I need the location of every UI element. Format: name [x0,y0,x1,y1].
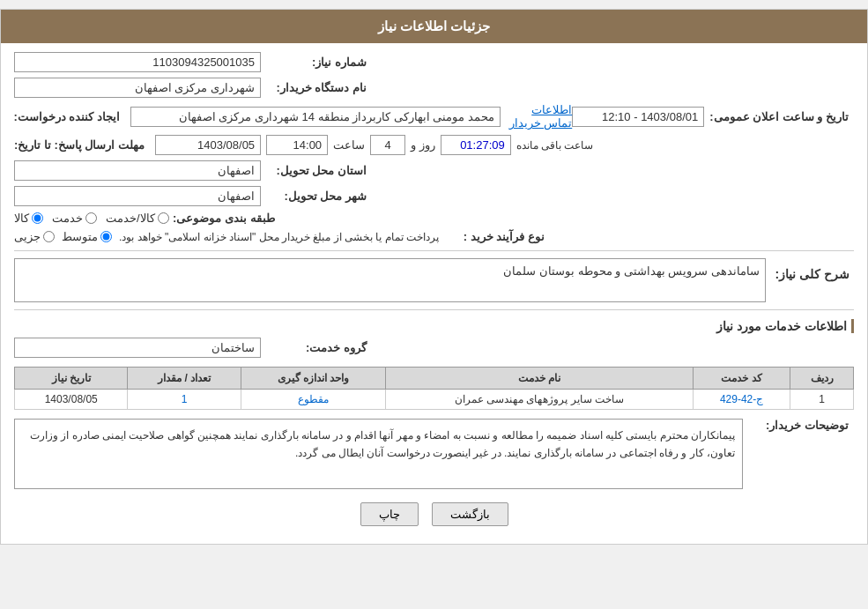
col-date: تاریخ نیاز [15,368,128,390]
back-button[interactable]: بازگشت [432,502,508,526]
buyer-notes-value: پیمانکاران محترم بایستی کلیه اسناد ضمیمه… [14,419,743,489]
creator-row: تاریخ و ساعت اعلان عمومی: 1403/08/01 - 1… [14,103,854,130]
services-info-title: اطلاعات خدمات مورد نیاز [14,319,854,333]
page-header: جزئیات اطلاعات نیاز [1,10,867,43]
purchase-type-note: پرداخت تمام یا بخشی از مبلغ خریدار محل "… [119,231,439,243]
purchase-type-row: نوع فرآیند خرید : پرداخت تمام یا بخشی از… [14,230,854,243]
need-number-label: شماره نیاز: [261,56,367,69]
separator-2 [14,309,854,310]
creator-group: اطلاعات تماس خریدار محمد مومنی ابهارکی ک… [14,103,572,130]
reply-time-label: ساعت [333,138,365,152]
need-description-value: ساماندهی سرویس بهداشتی و محوطه بوستان سل… [14,258,766,302]
category-khadamat-radio[interactable] [85,212,97,224]
need-description-section-title: شرح کلی نیاز: [766,267,854,281]
table-header-row: ردیف کد خدمت نام خدمت واحد اندازه گیری ت… [15,368,854,390]
reply-deadline-label: مهلت ارسال پاسخ: تا تاریخ: [14,138,145,152]
content-area: شماره نیاز: 1103094325001035 نام دستگاه … [1,43,867,544]
need-number-row: شماره نیاز: 1103094325001035 [14,52,854,72]
col-unit: واحد اندازه گیری [241,368,385,390]
buyer-org-value: شهرداری مرکزی اصفهان [14,78,261,98]
purchase-jazii-radio[interactable] [43,231,55,242]
delivery-city-label: شهر محل تحویل: [261,189,367,203]
cell-row: 1 [790,390,854,410]
category-row: طبقه بندی موضوعی: کالا/خدمت خدمت کالا [14,212,854,225]
service-group-row: گروه خدمت: ساختمان [14,338,854,358]
buyer-notes-label: توضیحات خریدار: [743,419,849,432]
col-qty: تعداد / مقدار [128,368,241,390]
announce-time-label: تاریخ و ساعت اعلان عمومی: [709,110,849,123]
category-radio-group: کالا/خدمت خدمت کالا [14,212,169,225]
delivery-city-value: اصفهان [14,186,261,206]
category-kala-item: کالا [14,212,43,225]
need-description-content: ساماندهی سرویس بهداشتی و محوطه بوستان سل… [14,258,766,302]
cell-unit: مقطوع [241,390,385,410]
creator-label: ایجاد کننده درخواست: [14,110,120,123]
page-title: جزئیات اطلاعات نیاز [378,19,490,33]
button-row: بازگشت چاپ [14,502,854,526]
delivery-province-label: استان محل تحویل: [261,164,367,177]
need-description-row: شرح کلی نیاز: ساماندهی سرویس بهداشتی و م… [14,258,854,302]
contact-info-link[interactable]: اطلاعات تماس خریدار [506,103,572,130]
buyer-notes-row: توضیحات خریدار: پیمانکاران محترم بایستی … [14,419,854,489]
service-group-label: گروه خدمت: [261,341,367,354]
col-row: ردیف [790,368,854,390]
reply-deadline-row: ساعت باقی مانده 01:27:09 روز و 4 ساعت 14… [14,135,854,155]
purchase-jazii-label: جزیی [14,230,41,243]
category-kala-khadamat-item: کالا/خدمت [106,212,169,225]
purchase-jazii-item: جزیی [14,230,55,243]
remaining-value: 01:27:09 [441,135,511,155]
cell-code: ج-42-429 [693,390,790,410]
purchase-motavasset-label: متوسط [62,230,98,243]
purchase-type-label: نوع فرآیند خرید : [439,230,545,243]
page-wrapper: جزئیات اطلاعات نیاز شماره نیاز: 11030943… [0,9,868,545]
creator-value: محمد مومنی ابهارکی کاربرداز منطقه 14 شهر… [130,107,501,127]
category-kala-khadamat-label: کالا/خدمت [106,212,155,225]
services-table: ردیف کد خدمت نام خدمت واحد اندازه گیری ت… [14,367,854,410]
category-kala-label: کالا [14,212,29,225]
reply-days-value: 4 [370,135,405,155]
purchase-motavasset-item: متوسط [62,230,112,243]
category-khadamat-item: خدمت [52,212,97,225]
cell-qty: 1 [128,390,241,410]
delivery-city-row: شهر محل تحویل: اصفهان [14,186,854,206]
separator-1 [14,250,854,251]
delivery-province-value: اصفهان [14,160,261,181]
delivery-province-row: استان محل تحویل: اصفهان [14,160,854,181]
need-number-value: 1103094325001035 [14,52,261,72]
category-label: طبقه بندی موضوعی: [169,212,275,225]
col-name: نام خدمت [386,368,694,390]
category-khadamat-label: خدمت [52,212,83,225]
reply-time-value: 14:00 [266,135,328,155]
service-group-value: ساختمان [14,338,261,358]
cell-date: 1403/08/05 [15,390,128,410]
category-kala-khadamat-radio[interactable] [158,212,169,224]
services-table-section: ردیف کد خدمت نام خدمت واحد اندازه گیری ت… [14,367,854,410]
buyer-org-row: نام دستگاه خریدار: شهرداری مرکزی اصفهان [14,78,854,98]
col-code: کد خدمت [693,368,790,390]
announce-time-group: تاریخ و ساعت اعلان عمومی: 1403/08/01 - 1… [572,107,854,127]
table-row: 1 ج-42-429 ساخت سایر پروژههای مهندسی عمر… [15,390,854,410]
buyer-org-label: نام دستگاه خریدار: [261,81,367,94]
purchase-type-group: پرداخت تمام یا بخشی از مبلغ خریدار محل "… [14,230,439,243]
cell-name: ساخت سایر پروژههای مهندسی عمران [386,390,694,410]
remaining-label: ساعت باقی مانده [516,139,594,152]
category-kala-radio[interactable] [32,212,43,224]
purchase-motavasset-radio[interactable] [100,231,112,242]
reply-date-value: 1403/08/05 [155,135,261,155]
announce-time-value: 1403/08/01 - 12:10 [572,107,704,127]
print-button[interactable]: چاپ [360,502,419,526]
reply-days-label: روز و [411,138,435,152]
